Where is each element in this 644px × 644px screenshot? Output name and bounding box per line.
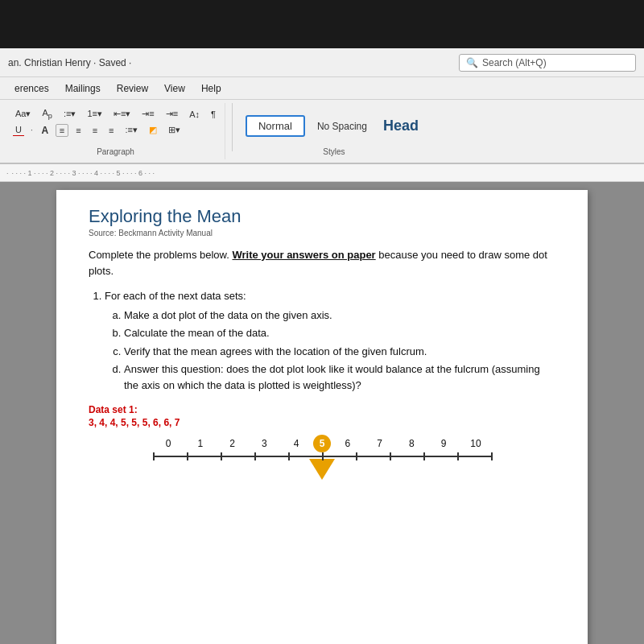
tick-0 [153,452,155,460]
styles-section: Normal No Spacing Head Styles [239,103,429,159]
tick-8 [423,452,425,460]
nl-label-4: 4 [281,438,312,452]
tick-1 [187,452,188,460]
menu-bar: erences Mailings Review View Help [0,77,644,100]
nl-label-0: 0 [153,438,184,452]
font-color-button[interactable]: A [38,125,52,136]
sub-item-d: Answer this question: does the dot plot … [124,361,555,393]
bezel-top [0,0,644,48]
dataset1-values: 3, 4, 4, 5, 5, 5, 6, 6, 7 [89,417,555,428]
ribbon-divider-1 [232,103,233,151]
list-item-1: For each of the next data sets: Make a d… [105,288,555,393]
nl-label-2: 2 [217,438,248,452]
align-right-button[interactable]: ≡ [89,124,101,137]
nl-label-5: 5 [313,435,331,452]
number-line-container: 0 1 2 3 4 5 6 7 8 9 10 [89,435,555,480]
style-heading-button[interactable]: Head [379,114,423,138]
search-box[interactable]: 🔍 Search (Alt+Q) [459,54,636,72]
ruler: · · · · · 1 · · · · 2 · · · · 3 · · · · … [0,164,644,182]
underline-button[interactable]: U [11,125,26,136]
list-bullets-button[interactable]: :≡▾ [60,107,80,121]
tick-2 [221,452,222,460]
nl-labels: 0 1 2 3 4 5 6 7 8 9 10 [153,438,491,452]
sub-item-c: Verify that the mean agrees with the loc… [124,344,555,360]
indent-increase-right-button[interactable]: ⇥≡ [162,107,182,121]
title-bar: an. Christian Henry · Saved · 🔍 Search (… [0,48,644,77]
menu-item-references[interactable]: erences [6,80,57,97]
align-center-button[interactable]: ≡ [72,124,85,137]
document-list: For each of the next data sets: Make a d… [89,288,555,393]
nl-label-9: 9 [428,438,459,452]
indent-decrease-button[interactable]: ⇤≡▾ [109,107,134,121]
shading-button[interactable]: ◩ [145,123,161,137]
font-row-1: Aa▾ Ap :≡▾ 1≡▾ ⇤≡▾ ⇥≡ ⇥≡ A↕ ¶ [11,106,220,122]
menu-item-mailings[interactable]: Mailings [57,80,109,97]
nl-label-7: 7 [365,438,395,452]
nl-label-8: 8 [396,438,427,452]
font-row-2: U · A ≡ ≡ ≡ ≡ :≡▾ ◩ ⊞▾ [11,123,220,137]
document-source: Source: Beckmann Activity Manual [89,229,555,237]
tick-5 [322,452,324,460]
fulcrum-triangle [309,459,335,480]
align-justify-button[interactable]: ≡ [105,124,118,137]
tick-4 [288,452,290,460]
menu-item-view[interactable]: View [156,80,193,97]
sub-list: Make a dot plot of the data on the given… [105,308,555,394]
nl-line [153,456,491,457]
ruler-start: · [3,169,12,177]
nl-label-10: 10 [460,438,491,452]
nl-label-6: 6 [332,438,363,452]
ruler-inner: · · · · · 1 · · · · 2 · · · · 3 · · · · … [0,169,644,177]
style-no-spacing-button[interactable]: No Spacing [310,117,374,136]
styles-row: Normal No Spacing Head [246,106,423,146]
sort-button[interactable]: A↕ [185,108,204,121]
font-aa-button[interactable]: Aa▾ [11,107,35,121]
list-numbered-button[interactable]: 1≡▾ [83,107,106,121]
para-mark-button[interactable]: ¶ [207,108,220,121]
sub-item-b: Calculate the mean of the data. [124,325,555,341]
borders-button[interactable]: ⊞▾ [164,123,184,137]
dataset1-label: Data set 1: [89,404,555,415]
intro-bold: Write your answers on paper [232,249,375,261]
indent-increase-left-button[interactable]: ⇥≡ [138,107,158,121]
style-normal-button[interactable]: Normal [246,115,305,137]
separator: · [29,126,35,134]
tick-10 [491,452,493,460]
align-left-button[interactable]: ≡ [56,124,68,137]
menu-item-review[interactable]: Review [109,80,156,97]
nl-label-3: 3 [249,438,279,452]
search-icon: 🔍 [466,57,478,68]
document-page: Exploring the Mean Source: Beckmann Acti… [56,190,588,644]
menu-item-help[interactable]: Help [193,80,229,97]
window: an. Christian Henry · Saved · 🔍 Search (… [0,48,644,644]
tick-9 [457,452,459,460]
fulcrum-container [153,459,491,480]
tick-7 [390,452,391,460]
number-line-wrapper: 0 1 2 3 4 5 6 7 8 9 10 [153,435,491,480]
paragraph-label: Paragraph [11,146,220,156]
font-ap-button[interactable]: Ap [38,106,56,122]
tick-3 [254,452,256,460]
ribbon: Aa▾ Ap :≡▾ 1≡▾ ⇤≡▾ ⇥≡ ⇥≡ A↕ ¶ U · A [0,100,644,164]
sub-item-a: Make a dot plot of the data on the given… [124,308,555,324]
title-bar-text: an. Christian Henry · Saved · [8,57,459,68]
nl-label-1: 1 [185,438,216,452]
document-intro: Complete the problems below. Write your … [89,247,555,279]
line-spacing-button[interactable]: :≡▾ [121,123,141,137]
document-area: Exploring the Mean Source: Beckmann Acti… [0,182,644,644]
ruler-text: · · · · 1 · · · · 2 · · · · 3 · · · · 4 … [12,169,155,177]
tick-6 [356,452,357,460]
font-section: Aa▾ Ap :≡▾ 1≡▾ ⇤≡▾ ⇥≡ ⇥≡ A↕ ¶ U · A [6,103,225,159]
search-placeholder: Search (Alt+Q) [482,57,547,68]
underline-color-bar [13,135,24,136]
styles-label: Styles [246,146,423,156]
document-title: Exploring the Mean [89,206,555,227]
